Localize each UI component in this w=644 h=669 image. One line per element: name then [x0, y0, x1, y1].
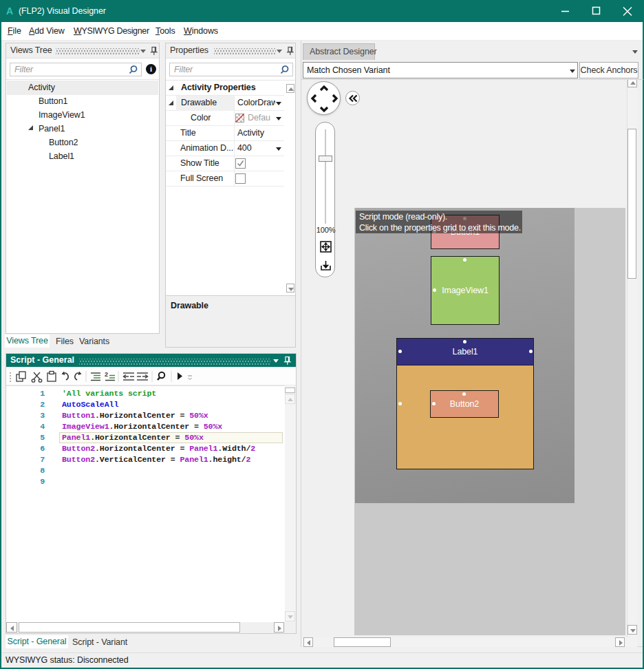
- svg-text:2: 2: [105, 371, 108, 378]
